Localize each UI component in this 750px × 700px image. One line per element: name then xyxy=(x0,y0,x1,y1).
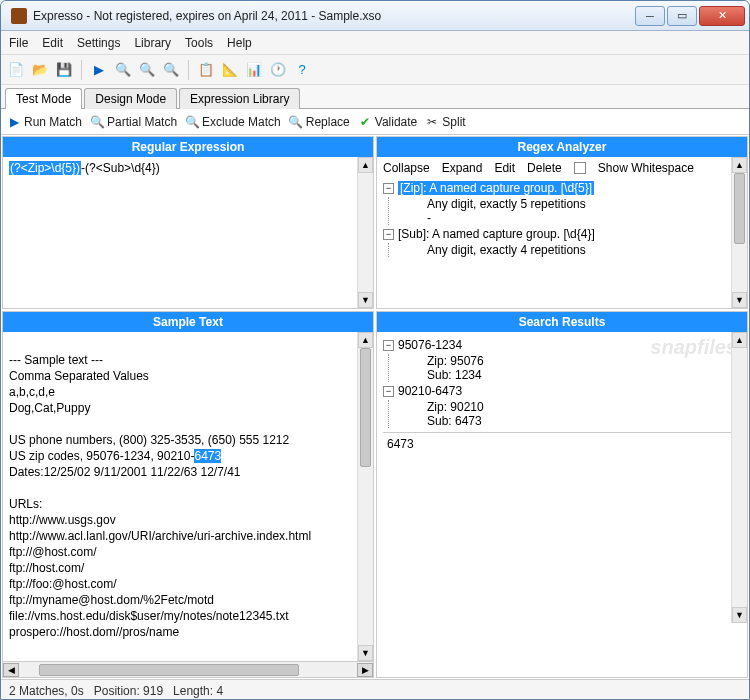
tool2-icon[interactable]: 📊 xyxy=(245,61,263,79)
scissors-icon: ✂ xyxy=(425,115,439,129)
tree-child-label[interactable]: Any digit, exactly 4 repetitions xyxy=(427,243,741,257)
play-icon: ▶ xyxy=(7,115,21,129)
save-icon[interactable]: 💾 xyxy=(55,61,73,79)
collapse-icon[interactable]: − xyxy=(383,229,394,240)
partial-match-button[interactable]: 🔍Partial Match xyxy=(90,115,177,129)
scroll-up-icon[interactable]: ▲ xyxy=(732,157,747,173)
sample-line: http://www.usgs.gov xyxy=(9,513,116,527)
collapse-icon[interactable]: − xyxy=(383,386,394,397)
tool1-icon[interactable]: 📐 xyxy=(221,61,239,79)
delete-button[interactable]: Delete xyxy=(527,161,562,175)
result-child[interactable]: Zip: 95076 xyxy=(427,354,741,368)
scroll-up-icon[interactable]: ▲ xyxy=(358,157,373,173)
exclude-match-button[interactable]: 🔍Exclude Match xyxy=(185,115,281,129)
sample-line: a,b,c,d,e xyxy=(9,385,55,399)
action-label: Validate xyxy=(375,115,417,129)
sample-line: ftp://myname@host.dom/%2Fetc/motd xyxy=(9,593,214,607)
tree-child-label[interactable]: - xyxy=(427,211,741,225)
menu-tools[interactable]: Tools xyxy=(185,36,213,50)
tree-node[interactable]: −[Sub]: A named capture group. [\d{4}] xyxy=(383,225,741,243)
search1-icon[interactable]: 🔍 xyxy=(114,61,132,79)
menu-file[interactable]: File xyxy=(9,36,28,50)
play-icon[interactable]: ▶ xyxy=(90,61,108,79)
action-label: Replace xyxy=(306,115,350,129)
window-title: Expresso - Not registered, expires on Ap… xyxy=(33,9,633,23)
expand-button[interactable]: Expand xyxy=(442,161,483,175)
sample-line: Dates:12/25/02 9/11/2001 11/22/63 12/7/4… xyxy=(9,465,241,479)
sample-text-area[interactable]: --- Sample text --- Comma Separated Valu… xyxy=(3,332,373,661)
menu-library[interactable]: Library xyxy=(134,36,171,50)
replace-icon: 🔍 xyxy=(289,115,303,129)
scrollbar-v[interactable]: ▲ ▼ xyxy=(357,157,373,308)
result-label: 95076-1234 xyxy=(398,338,462,352)
scroll-up-icon[interactable]: ▲ xyxy=(732,332,747,348)
action-label: Exclude Match xyxy=(202,115,281,129)
search3-icon[interactable]: 🔍 xyxy=(162,61,180,79)
sample-line: Comma Separated Values xyxy=(9,369,149,383)
collapse-button[interactable]: Collapse xyxy=(383,161,430,175)
result-child[interactable]: Zip: 90210 xyxy=(427,400,741,414)
search-x-icon: 🔍 xyxy=(185,115,199,129)
validate-button[interactable]: ✔Validate xyxy=(358,115,417,129)
tab-strip: Test Mode Design Mode Expression Library xyxy=(1,85,749,109)
selected-match-text: 6473 xyxy=(387,437,414,451)
result-node[interactable]: −95076-1234 xyxy=(383,336,741,354)
sample-line: prospero://host.dom//pros/name xyxy=(9,625,179,639)
menu-edit[interactable]: Edit xyxy=(42,36,63,50)
regex-highlight: (?<Zip>\d{5}) xyxy=(9,161,81,175)
tree-node-label: [Sub]: A named capture group. [\d{4}] xyxy=(398,227,595,241)
scroll-right-icon[interactable]: ▶ xyxy=(357,663,373,677)
tree-child-label[interactable]: Any digit, exactly 5 repetitions xyxy=(427,197,741,211)
help-icon[interactable]: ? xyxy=(293,61,311,79)
menu-help[interactable]: Help xyxy=(227,36,252,50)
minimize-button[interactable]: ─ xyxy=(635,6,665,26)
open-icon[interactable]: 📂 xyxy=(31,61,49,79)
collapse-icon[interactable]: − xyxy=(383,183,394,194)
clock-icon[interactable]: 🕐 xyxy=(269,61,287,79)
selected-match-box[interactable]: 6473 xyxy=(383,432,741,482)
scroll-up-icon[interactable]: ▲ xyxy=(358,332,373,348)
status-matches: 2 Matches, 0s xyxy=(9,684,84,698)
scroll-down-icon[interactable]: ▼ xyxy=(732,292,747,308)
collapse-icon[interactable]: − xyxy=(383,340,394,351)
show-whitespace-label: Show Whitespace xyxy=(598,161,694,175)
scrollbar-h[interactable]: ◀ ▶ xyxy=(3,661,373,677)
action-label: Partial Match xyxy=(107,115,177,129)
sample-line: US zip codes, 95076-1234, 90210- xyxy=(9,449,194,463)
tab-expression-library[interactable]: Expression Library xyxy=(179,88,300,109)
panel-header: Sample Text xyxy=(3,312,373,332)
tab-design-mode[interactable]: Design Mode xyxy=(84,88,177,109)
split-button[interactable]: ✂Split xyxy=(425,115,465,129)
close-button[interactable]: ✕ xyxy=(699,6,745,26)
menu-settings[interactable]: Settings xyxy=(77,36,120,50)
result-child[interactable]: Sub: 1234 xyxy=(427,368,741,382)
search-icon: 🔍 xyxy=(90,115,104,129)
panel-header: Search Results xyxy=(377,312,747,332)
results-panel: Search Results snapfiles −95076-1234 Zip… xyxy=(376,311,748,678)
scroll-down-icon[interactable]: ▼ xyxy=(732,607,747,623)
result-node[interactable]: −90210-6473 xyxy=(383,382,741,400)
regex-text: -(?<Sub>\d{4}) xyxy=(81,161,160,175)
new-icon[interactable]: 📄 xyxy=(7,61,25,79)
scrollbar-v[interactable]: ▲ ▼ xyxy=(357,332,373,661)
scroll-left-icon[interactable]: ◀ xyxy=(3,663,19,677)
show-whitespace-checkbox[interactable] xyxy=(574,162,586,174)
scrollbar-v[interactable]: ▲ ▼ xyxy=(731,157,747,308)
sample-line: file://vms.host.edu/disk$user/my/notes/n… xyxy=(9,609,288,623)
run-match-button[interactable]: ▶Run Match xyxy=(7,115,82,129)
replace-button[interactable]: 🔍Replace xyxy=(289,115,350,129)
copy-icon[interactable]: 📋 xyxy=(197,61,215,79)
scroll-down-icon[interactable]: ▼ xyxy=(358,292,373,308)
selected-text: 6473 xyxy=(194,449,221,463)
status-length: Length: 4 xyxy=(173,684,223,698)
scroll-down-icon[interactable]: ▼ xyxy=(358,645,373,661)
tree-node[interactable]: −[Zip]: A named capture group. [\d{5}] xyxy=(383,179,741,197)
search2-icon[interactable]: 🔍 xyxy=(138,61,156,79)
regex-input[interactable]: (?<Zip>\d{5})-(?<Sub>\d{4}) ▲ ▼ xyxy=(3,157,373,308)
scrollbar-v[interactable]: ▲ ▼ xyxy=(731,332,747,623)
edit-button[interactable]: Edit xyxy=(494,161,515,175)
panel-header: Regex Analyzer xyxy=(377,137,747,157)
result-child[interactable]: Sub: 6473 xyxy=(427,414,741,428)
maximize-button[interactable]: ▭ xyxy=(667,6,697,26)
tab-test-mode[interactable]: Test Mode xyxy=(5,88,82,109)
